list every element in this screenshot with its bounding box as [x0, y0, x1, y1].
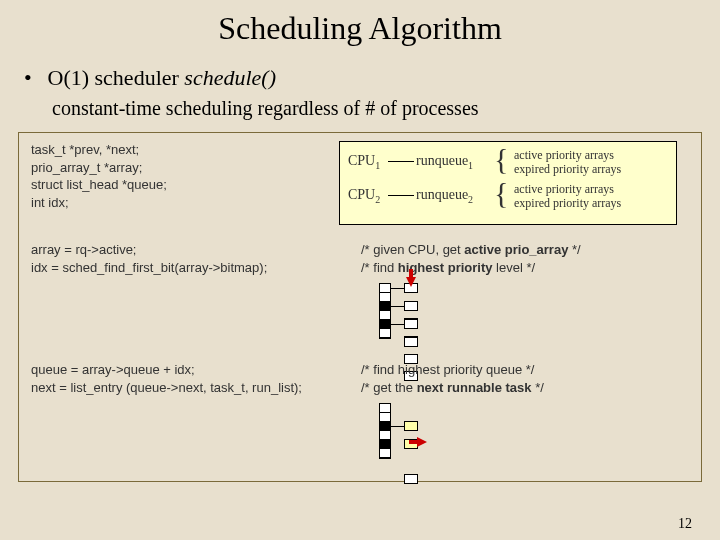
cpu-row: CPU2 runqueue2 { active priority arrays … [340, 180, 676, 214]
connector-line [390, 324, 404, 325]
slide-title: Scheduling Algorithm [0, 0, 720, 47]
queue-row [404, 319, 418, 329]
code-comment: /* given CPU, get active prio_array */ [361, 241, 581, 259]
bitmap-column [379, 283, 391, 339]
code-block-2: array = rq->active; idx = sched_find_fir… [31, 241, 689, 276]
bullet-func: schedule() [184, 65, 276, 90]
decl-line: int idx; [31, 194, 326, 212]
code-line: idx = sched_find_first_bit(array->bitmap… [31, 259, 361, 277]
runqueue-label: runqueue2 [416, 186, 473, 206]
page-number: 12 [678, 516, 692, 532]
bullet-text: O(1) scheduler [48, 65, 185, 90]
bullet-dot: • [24, 65, 42, 91]
cpu-diagram-box: CPU1 runqueue1 { active priority arrays … [339, 141, 677, 225]
code-line: queue = array->queue + idx; [31, 361, 361, 379]
runqueue-label: runqueue1 [416, 152, 473, 172]
queue-row [404, 421, 418, 431]
sub-line: constant-time scheduling regardless of #… [0, 91, 720, 120]
decl-line: task_t *prev, *next; [31, 141, 326, 159]
code-panel: task_t *prev, *next; prio_array_t *array… [18, 132, 702, 482]
code-line: next = list_entry (queue->next, task_t, … [31, 379, 361, 397]
code-block-3: queue = array->queue + idx; next = list_… [31, 361, 689, 396]
queue-row [404, 301, 418, 311]
code-comment: /* find highest priority queue */ [361, 361, 544, 379]
connector-line [388, 195, 414, 196]
code-line: array = rq->active; [31, 241, 361, 259]
code-comment: /* get the next runnable task */ [361, 379, 544, 397]
declarations: task_t *prev, *next; prio_array_t *array… [31, 141, 326, 211]
cpu-label: CPU2 [348, 186, 380, 206]
cpu-label: CPU1 [348, 152, 380, 172]
arrow-down-icon [406, 277, 416, 287]
bullet-line: • O(1) scheduler schedule() [0, 47, 720, 91]
code-comment: /* find highest priority level */ [361, 259, 581, 277]
brace-icon: { [494, 144, 508, 174]
cpu-row: CPU1 runqueue1 { active priority arrays … [340, 146, 676, 180]
array-labels: active priority arrays expired priority … [514, 148, 621, 176]
array-labels: active priority arrays expired priority … [514, 182, 621, 210]
connector-line [388, 161, 414, 162]
decl-line: struct list_head *queue; [31, 176, 326, 194]
connector-line [390, 426, 404, 427]
connector-line [390, 288, 404, 289]
decl-line: prio_array_t *array; [31, 159, 326, 177]
bitmap-column [379, 403, 391, 459]
connector-line [390, 306, 404, 307]
arrow-right-icon [417, 437, 427, 447]
brace-icon: { [494, 178, 508, 208]
